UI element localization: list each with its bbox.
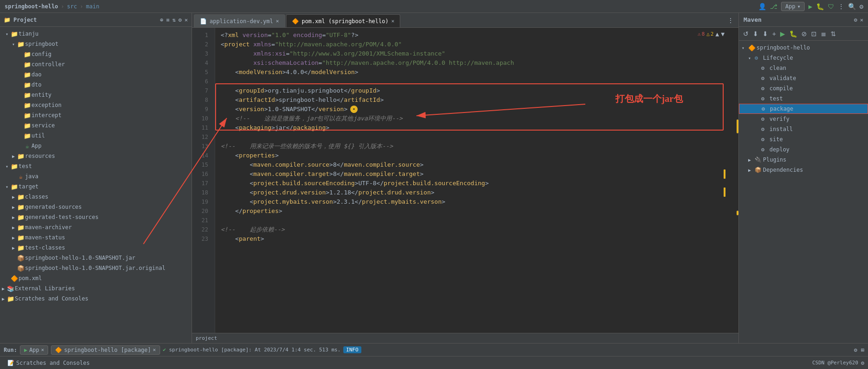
tree-item-jar[interactable]: 📦 springboot-hello-1.0-SNAPSHOT.jar <box>0 253 192 263</box>
maven-item-root[interactable]: ▾ 🔶 springboot-hello <box>739 43 868 53</box>
run-settings-icon[interactable]: ⚙ <box>854 347 857 353</box>
tree-label-resources: resources <box>25 153 55 159</box>
maven-close-icon[interactable]: ✕ <box>860 17 863 23</box>
tree-item-test[interactable]: ▾ 📁 test <box>0 161 192 171</box>
run-layout-icon[interactable]: ⊞ <box>861 347 864 353</box>
tab-pom[interactable]: 🔶 pom.xml (springboot-hello) ✕ <box>286 14 400 27</box>
code-area[interactable]: ⚠ 8 △ 2 ▲ ▼ <?xml version="1.0" encoding… <box>215 28 732 333</box>
tree-item-dao[interactable]: 📁 dao <box>0 69 192 80</box>
maven-item-test[interactable]: ⚙ test <box>739 94 868 104</box>
maven-add-btn[interactable]: + <box>771 29 777 38</box>
error-nav-up[interactable]: ▲ <box>715 30 719 39</box>
tree-item-target[interactable]: ▾ 📁 target <box>0 181 192 192</box>
tree-item-intercept[interactable]: 📁 intercept <box>0 110 192 120</box>
error-nav-down[interactable]: ▼ <box>721 30 725 39</box>
maven-project-icon: 🔶 <box>748 44 756 51</box>
tree-item-generated-test-sources[interactable]: ▶ 📁 generated-test-sources <box>0 212 192 222</box>
maven-label-compile: compile <box>769 85 793 92</box>
yaml-tab-close[interactable]: ✕ <box>276 18 279 24</box>
tree-item-entity[interactable]: 📁 entity <box>0 90 192 100</box>
scope-icon[interactable]: ⊕ <box>160 17 163 23</box>
tree-label-tianju: tianju <box>19 31 38 37</box>
yaml-tab-icon: 📄 <box>200 18 207 25</box>
tree-item-App[interactable]: ☕ App <box>0 141 192 151</box>
tree-item-pom[interactable]: 🔶 pom.xml <box>0 273 192 283</box>
maven-item-install[interactable]: ⚙ install <box>739 124 868 134</box>
tab-yaml[interactable]: 📄 application-dev.yml ✕ <box>194 14 285 27</box>
maven-run-btn[interactable]: ▶ <box>779 29 787 38</box>
maven-generate-btn[interactable]: ⊡ <box>810 29 818 38</box>
gear-icon[interactable]: ⚙ <box>179 17 182 23</box>
maven-arrow-deps: ▶ <box>748 168 755 173</box>
maven-item-validate[interactable]: ⚙ validate <box>739 73 868 83</box>
tree-item-maven-status[interactable]: ▶ 📁 maven-status <box>0 232 192 243</box>
run-tab-package[interactable]: 🔶 springboot-hello [package] ✕ <box>51 345 160 355</box>
tree-item-java[interactable]: ☕ java <box>0 171 192 181</box>
run-tab-app[interactable]: ▶ App ✕ <box>20 345 49 355</box>
run-coverage-button[interactable]: 🛡 <box>828 3 834 10</box>
debug-button[interactable]: 🐛 <box>816 3 824 10</box>
maven-item-dependencies[interactable]: ▶ 📦 Dependencies <box>739 165 868 175</box>
maven-settings-icon[interactable]: ⚙ <box>854 17 857 23</box>
tree-item-generated-sources[interactable]: ▶ 📁 generated-sources <box>0 202 192 212</box>
tree-item-maven-archiver[interactable]: ▶ 📁 maven-archiver <box>0 222 192 232</box>
maven-item-plugins[interactable]: ▶ 🔌 Plugins <box>739 155 868 165</box>
vcs-icon[interactable]: ⎇ <box>770 3 777 10</box>
maven-item-verify[interactable]: ⚙ verify <box>739 114 868 124</box>
editor-scrollbar[interactable] <box>732 28 738 333</box>
tree-item-jar-original[interactable]: 📦 springboot-hello-1.0-SNAPSHOT.jar.orig… <box>0 263 192 273</box>
run-button[interactable]: ▶ <box>808 3 812 10</box>
run-pkg-close[interactable]: ✕ <box>153 347 156 353</box>
bottom-tab-scratches[interactable]: 📝 Scratches and Consoles <box>4 356 93 369</box>
tree-item-tianju[interactable]: ▾ 📁 tianju <box>0 29 192 39</box>
maven-skip-test-btn[interactable]: ⊘ <box>800 29 808 38</box>
tree-label-intercept: intercept <box>31 112 62 119</box>
maven-item-deploy[interactable]: ⚙ deploy <box>739 144 868 155</box>
tab-more-button[interactable]: ⋮ <box>725 17 737 24</box>
maven-item-clean[interactable]: ⚙ clean <box>739 63 868 73</box>
pom-tab-close[interactable]: ✕ <box>391 18 395 24</box>
run-success-icon: ✔ <box>163 347 169 353</box>
expand-icon[interactable]: ⇅ <box>172 17 175 23</box>
scroll-marker-warn <box>737 211 738 215</box>
maven-item-compile[interactable]: ⚙ compile <box>739 83 868 94</box>
title-main: main <box>86 3 99 10</box>
tree-item-config[interactable]: 📁 config <box>0 49 192 59</box>
code-line-10: <!-- 这就是微服务，jar包可以在其他java环境中用--> <box>221 114 726 123</box>
maven-expand-btn[interactable]: ⇅ <box>829 29 837 38</box>
collapse-icon[interactable]: ≡ <box>166 17 169 23</box>
more-run-options[interactable]: ⋮ <box>838 3 844 10</box>
tree-item-dto[interactable]: 📁 dto <box>0 80 192 90</box>
search-button[interactable]: 🔍 <box>848 3 856 10</box>
error-badge: ⚠ 8 <box>698 30 705 39</box>
project-tab-label[interactable]: project <box>196 335 217 341</box>
folder-target-icon: 📁 <box>10 183 19 190</box>
close-icon[interactable]: ✕ <box>185 17 188 23</box>
maven-refresh-btn[interactable]: ↺ <box>742 29 750 38</box>
run-pkg-label: springboot-hello [package] <box>64 347 151 353</box>
terminal-settings-icon[interactable]: ⚙ <box>861 360 864 366</box>
tree-item-controller[interactable]: 📁 controller <box>0 59 192 69</box>
maven-item-lifecycle[interactable]: ▾ ⚙ Lifecycle <box>739 53 868 63</box>
maven-label-validate: validate <box>769 75 796 81</box>
tree-item-springboot[interactable]: ▾ 📁 springboot <box>0 39 192 49</box>
tree-item-util[interactable]: 📁 util <box>0 131 192 141</box>
tree-item-exception[interactable]: 📁 exception <box>0 100 192 110</box>
run-config-selector[interactable]: App ▾ <box>781 2 805 11</box>
run-app-close[interactable]: ✕ <box>41 347 44 353</box>
tree-item-scratches[interactable]: ▶ 📁 Scratches and Consoles <box>0 294 192 304</box>
maven-tree-btn[interactable]: ≣ <box>819 29 828 38</box>
tree-item-service[interactable]: 📁 service <box>0 120 192 131</box>
maven-import-btn[interactable]: ⬇ <box>751 29 760 38</box>
tree-item-test-classes[interactable]: ▶ 📁 test-classes <box>0 243 192 253</box>
maven-item-site[interactable]: ⚙ site <box>739 134 868 144</box>
tree-item-classes[interactable]: ▶ 📁 classes <box>0 192 192 202</box>
maven-run-debug-btn[interactable]: 🐛 <box>788 29 799 38</box>
maven-download-btn[interactable]: ⬇ <box>761 29 769 38</box>
tree-item-resources[interactable]: ▶ 📁 resources <box>0 151 192 161</box>
maven-item-package[interactable]: ⚙ package <box>739 104 868 114</box>
tree-item-ext-lib[interactable]: ▶ 📚 External Libraries <box>0 283 192 294</box>
settings-button[interactable]: ⚙ <box>860 3 863 10</box>
warning-icon: △ <box>707 30 710 39</box>
user-icon[interactable]: 👤 <box>758 3 766 10</box>
